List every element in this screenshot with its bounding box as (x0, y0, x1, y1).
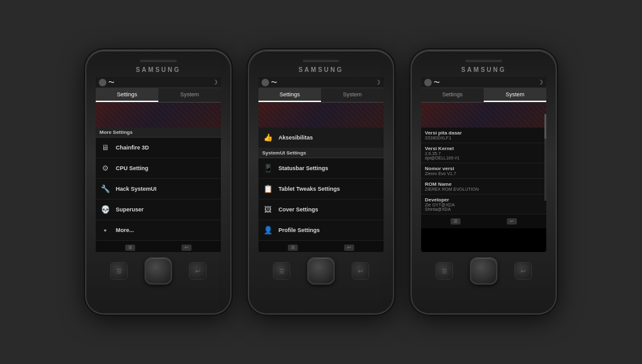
header-image-1 (96, 103, 221, 128)
superuser-icon: 💀 (99, 204, 111, 215)
cpu-icon: ⚙ (99, 163, 111, 174)
sys-info-row: ROM Name ZIEREX ROM EVOLUTION (421, 179, 546, 195)
tab-system-3[interactable]: System (484, 88, 546, 102)
statusbar-1: 〜 ☽ (96, 77, 221, 88)
header-image-3 (421, 103, 546, 128)
list-item[interactable]: 👤 Profile Settings (258, 220, 384, 241)
speaker-1 (140, 59, 177, 63)
brand-3: SAMSUNG (461, 66, 506, 73)
screen-content-2: 👍 Aksesibilitas SystemUI Settings 📱 Stat… (258, 103, 384, 241)
item-label: Tablet Tweaks Settings (278, 186, 340, 192)
phone-2: SAMSUNG 〜 ☽ Settings System 👍 Aksesibili… (249, 51, 393, 313)
sys-info-row: Versi Kernel 2.6.35.7dpi@DELL169 #1 (421, 143, 546, 163)
header-image-2 (258, 103, 384, 128)
statusbar-icon: 📱 (262, 163, 273, 174)
mustache-icon-3: 〜 (434, 78, 440, 87)
bottom-bar-1: ☰ ↩ (96, 241, 221, 252)
mustache-icon-2: 〜 (271, 78, 277, 87)
home-btn-area-2: ☰ ↩ (265, 257, 377, 285)
scroll-indicator-3 (544, 114, 546, 201)
list-item[interactable]: 🖼 Cover Settings (258, 200, 384, 220)
phones-container: SAMSUNG 〜 ☽ Settings System More Setting… (86, 51, 556, 313)
brand-2: SAMSUNG (298, 66, 344, 73)
more-icon: ▪ (99, 225, 111, 236)
item-label: CPU Setting (116, 165, 148, 171)
screen-2: 〜 ☽ Settings System 👍 Aksesibilitas Syst… (258, 77, 384, 252)
hack-icon: 🔧 (99, 183, 111, 195)
tablet-tweaks-icon: 📋 (262, 183, 273, 195)
tab-settings-2[interactable]: Settings (258, 88, 321, 102)
screen-content-3: Versi pita dasar S5360DXLF1 Versi Kernel… (421, 103, 546, 215)
menu-btn-1[interactable]: ☰ (125, 245, 135, 251)
chainfire-icon: 🖥 (99, 142, 111, 153)
item-label: Hack SystemUI (116, 186, 156, 192)
tabs-bar-3: Settings System (421, 88, 546, 103)
tab-system-2[interactable]: System (321, 88, 384, 102)
menu-btn-2[interactable]: ☰ (288, 245, 298, 251)
item-label: Superuser (116, 206, 144, 213)
list-item[interactable]: 📱 Statusbar Settings (258, 158, 384, 179)
bottom-bar-2: ☰ ↩ (258, 241, 384, 252)
profile-icon: 👤 (262, 225, 273, 236)
soft-left-1[interactable]: ☰ (110, 262, 128, 280)
screen-content-1: More Settings 🖥 Chainfire 3D ⚙ CPU Setti… (96, 103, 221, 241)
soft-right-2[interactable]: ↩ (352, 262, 369, 280)
home-btn-area-1: ☰ ↩ (102, 257, 215, 285)
tab-system-1[interactable]: System (158, 88, 221, 102)
scroll-thumb-3[interactable] (544, 114, 546, 139)
list-item[interactable]: ▪ More... (96, 220, 221, 241)
speaker-2 (302, 59, 340, 63)
cover-icon: 🖼 (262, 204, 273, 215)
sys-info-row: Versi pita dasar S5360DXLF1 (421, 128, 546, 143)
home-btn-area-3: ☰ ↩ (427, 257, 540, 285)
back-btn-3[interactable]: ↩ (507, 218, 517, 225)
signal-icon-2 (262, 79, 269, 86)
section-header-1: More Settings (96, 128, 221, 138)
tab-settings-1[interactable]: Settings (96, 88, 158, 102)
moon-icon-1: ☽ (212, 79, 218, 86)
speaker-3 (465, 59, 502, 63)
back-btn-1[interactable]: ↩ (181, 245, 191, 251)
home-button-2[interactable] (307, 257, 335, 285)
statusbar-2: 〜 ☽ (258, 77, 384, 88)
soft-left-2[interactable]: ☰ (273, 262, 290, 280)
signal-icon-1 (99, 79, 106, 86)
moon-icon-3: ☽ (538, 79, 543, 86)
section-header-2: SystemUI Settings (258, 148, 384, 158)
soft-right-1[interactable]: ↩ (189, 262, 206, 280)
mustache-icon-1: 〜 (108, 78, 115, 87)
item-label: Cover Settings (278, 206, 318, 213)
screen-3: 〜 ☽ Settings System Versi pita dasar S53… (421, 77, 546, 252)
back-btn-2[interactable]: ↩ (344, 245, 354, 251)
sys-info-row: Developer Zie GYT@XDAShinta@XDA (421, 195, 546, 215)
list-item[interactable]: ⚙ CPU Setting (96, 158, 221, 179)
moon-icon-2: ☽ (375, 79, 380, 86)
screen-1: 〜 ☽ Settings System More Settings 🖥 Chai… (96, 77, 221, 252)
tab-settings-3[interactable]: Settings (421, 88, 484, 102)
tabs-bar-2: Settings System (258, 88, 384, 103)
item-label: More... (116, 227, 134, 233)
brand-1: SAMSUNG (136, 66, 181, 73)
phone-3: SAMSUNG 〜 ☽ Settings System Versi pita d… (412, 51, 556, 313)
list-item[interactable]: 🔧 Hack SystemUI (96, 179, 221, 200)
signal-icon-3 (424, 79, 432, 86)
item-label: Statusbar Settings (278, 165, 329, 171)
accessibility-label: Aksesibilitas (278, 134, 313, 141)
accessibility-icon: 👍 (262, 132, 273, 143)
list-item[interactable]: 💀 Superuser (96, 200, 221, 220)
menu-btn-3[interactable]: ☰ (451, 218, 461, 225)
soft-right-3[interactable]: ↩ (514, 262, 532, 280)
list-item[interactable]: 👍 Aksesibilitas (258, 128, 384, 148)
list-item[interactable]: 📋 Tablet Tweaks Settings (258, 179, 384, 200)
bottom-bar-3: ☰ ↩ (421, 215, 546, 228)
item-label: Chainfire 3D (116, 144, 149, 151)
profile-settings-label: Profile Settings (278, 227, 320, 233)
tabs-bar-1: Settings System (96, 88, 221, 103)
home-button-3[interactable] (470, 257, 497, 285)
list-item[interactable]: 🖥 Chainfire 3D (96, 138, 221, 158)
phone-1: SAMSUNG 〜 ☽ Settings System More Setting… (86, 51, 230, 313)
sys-info-row: Nomor versi Zierex Evo V1.7 (421, 163, 546, 179)
home-button-1[interactable] (145, 257, 172, 285)
statusbar-3: 〜 ☽ (421, 77, 546, 88)
soft-left-3[interactable]: ☰ (436, 262, 453, 280)
